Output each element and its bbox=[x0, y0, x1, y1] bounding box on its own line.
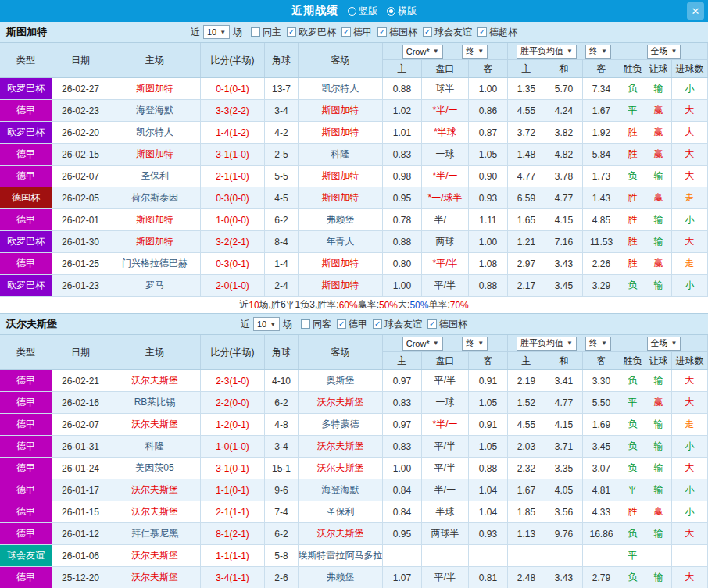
away-team[interactable]: 多特蒙德 bbox=[299, 414, 383, 436]
score[interactable]: 0-3(0-0) bbox=[201, 187, 265, 209]
checkbox-unchecked-icon bbox=[251, 27, 260, 37]
away-team[interactable]: 弗赖堡 bbox=[299, 567, 383, 588]
away-team[interactable]: 斯图加特 bbox=[299, 275, 383, 297]
home-team[interactable]: 海登海默 bbox=[109, 100, 201, 122]
away-team[interactable]: 科隆 bbox=[299, 144, 383, 166]
recent-count-select[interactable]: 10 ▼ bbox=[253, 317, 280, 331]
filter-checkbox[interactable]: ✓球会友谊 bbox=[423, 26, 472, 39]
filter-checkbox[interactable]: ✓德超杯 bbox=[477, 26, 517, 39]
score[interactable]: 1-2(0-1) bbox=[201, 414, 265, 436]
away-team[interactable]: 埃斯特雷拉阿马多拉 bbox=[299, 545, 383, 567]
score[interactable]: 2-2(0-0) bbox=[201, 392, 265, 414]
score[interactable]: 2-3(1-0) bbox=[201, 370, 265, 392]
away-team[interactable]: 凯尔特人 bbox=[299, 78, 383, 100]
filter-checkbox[interactable]: ✓德甲 bbox=[341, 26, 372, 39]
score[interactable]: 2-1(1-1) bbox=[201, 501, 265, 523]
score[interactable]: 3-1(0-1) bbox=[201, 458, 265, 479]
type-badge: 德甲 bbox=[0, 253, 52, 275]
type-badge: 德甲 bbox=[0, 523, 52, 545]
away-team[interactable]: 圣保利 bbox=[299, 501, 383, 523]
home-team[interactable]: 荷尔斯泰因 bbox=[109, 187, 201, 209]
away-team[interactable]: 沃尔夫斯堡 bbox=[299, 392, 383, 414]
home-team[interactable]: 沃尔夫斯堡 bbox=[109, 545, 201, 567]
filter-checkbox[interactable]: ✓德甲 bbox=[337, 318, 367, 331]
home-team[interactable]: 沃尔夫斯堡 bbox=[109, 414, 201, 436]
score[interactable]: 3-2(2-1) bbox=[201, 231, 265, 253]
avg-time-select[interactable]: 终 ▼ bbox=[585, 45, 611, 59]
score[interactable]: 1-1(1-1) bbox=[201, 545, 265, 567]
scope-select[interactable]: 全场 ▼ bbox=[647, 337, 681, 351]
away-team[interactable]: 斯图加特 bbox=[299, 100, 383, 122]
away-team[interactable]: 奥斯堡 bbox=[299, 370, 383, 392]
score[interactable]: 1-1(0-1) bbox=[201, 479, 265, 501]
home-team[interactable]: 门兴格拉德巴赫 bbox=[109, 253, 201, 275]
score[interactable]: 2-1(1-0) bbox=[201, 166, 265, 187]
scope-select[interactable]: 全场 ▼ bbox=[647, 45, 681, 59]
home-team[interactable]: 斯图加特 bbox=[109, 231, 201, 253]
match-row: 德甲26-01-17沃尔夫斯堡1-1(0-1)9-6海登海默0.84半/一1.0… bbox=[0, 479, 708, 501]
home-team[interactable]: 凯尔特人 bbox=[109, 122, 201, 144]
away-team[interactable]: 沃尔夫斯堡 bbox=[299, 458, 383, 479]
score[interactable]: 8-1(2-1) bbox=[201, 523, 265, 545]
home-team[interactable]: 科隆 bbox=[109, 436, 201, 458]
home-team[interactable]: 沃尔夫斯堡 bbox=[109, 501, 201, 523]
home-team[interactable]: 沃尔夫斯堡 bbox=[109, 370, 201, 392]
bookmaker-select[interactable]: Crow* ▼ bbox=[402, 45, 443, 59]
close-button[interactable]: ✕ bbox=[687, 2, 704, 20]
home-team[interactable]: 斯图加特 bbox=[109, 144, 201, 166]
bookmaker-select[interactable]: Crow* ▼ bbox=[402, 337, 443, 351]
avg-select[interactable]: 胜平负均值 ▼ bbox=[517, 337, 577, 351]
avg-time-select[interactable]: 终 ▼ bbox=[585, 337, 611, 351]
goals-result: 大 bbox=[672, 100, 708, 122]
away-team[interactable]: 斯图加特 bbox=[299, 166, 383, 187]
col-header-ah-line: 盘口 bbox=[422, 60, 469, 77]
filter-checkbox[interactable]: ✓欧罗巴杯 bbox=[287, 26, 336, 39]
score[interactable]: 3-1(1-0) bbox=[201, 144, 265, 166]
home-team[interactable]: 沃尔夫斯堡 bbox=[109, 479, 201, 501]
score[interactable]: 1-0(1-0) bbox=[201, 436, 265, 458]
away-team[interactable]: 沃尔夫斯堡 bbox=[299, 523, 383, 545]
score[interactable]: 3-4(1-1) bbox=[201, 567, 265, 588]
layout-radio-horizontal[interactable]: 横版 bbox=[387, 5, 417, 18]
score[interactable]: 1-0(0-0) bbox=[201, 209, 265, 231]
away-team[interactable]: 斯图加特 bbox=[299, 122, 383, 144]
score[interactable]: 0-3(0-1) bbox=[201, 253, 265, 275]
filter-checkbox[interactable]: ✓球会友谊 bbox=[373, 318, 422, 331]
filter-checkbox[interactable]: 同客 bbox=[301, 318, 331, 331]
home-team[interactable]: 斯图加特 bbox=[109, 78, 201, 100]
home-team[interactable]: 圣保利 bbox=[109, 166, 201, 187]
handicap-away-odds: 1.00 bbox=[469, 231, 508, 253]
filter-checkbox[interactable]: ✓德国杯 bbox=[427, 318, 467, 331]
home-team[interactable]: 罗马 bbox=[109, 275, 201, 297]
score[interactable]: 0-1(0-1) bbox=[201, 78, 265, 100]
away-team[interactable]: 斯图加特 bbox=[299, 253, 383, 275]
result: 胜 bbox=[620, 122, 645, 144]
home-team[interactable]: RB莱比锡 bbox=[109, 392, 201, 414]
away-team[interactable]: 弗赖堡 bbox=[299, 209, 383, 231]
euro-draw-odds: 4.24 bbox=[545, 100, 583, 122]
match-row: 德甲26-02-07圣保利2-1(1-0)5-5斯图加特0.98*半/一0.90… bbox=[0, 166, 708, 187]
filter-checkbox[interactable]: 同主 bbox=[251, 26, 281, 39]
score[interactable]: 2-0(1-0) bbox=[201, 275, 265, 297]
goals-result: 小 bbox=[672, 78, 708, 100]
match-date: 26-02-20 bbox=[52, 122, 109, 144]
home-team[interactable]: 斯图加特 bbox=[109, 209, 201, 231]
score[interactable]: 3-3(2-2) bbox=[201, 100, 265, 122]
avg-select[interactable]: 胜平负均值 ▼ bbox=[517, 45, 577, 59]
col-header-let: 让球 bbox=[645, 352, 672, 369]
away-team[interactable]: 海登海默 bbox=[299, 479, 383, 501]
home-team[interactable]: 沃尔夫斯堡 bbox=[109, 567, 201, 588]
away-team[interactable]: 年青人 bbox=[299, 231, 383, 253]
recent-count-select[interactable]: 10 ▼ bbox=[203, 25, 230, 39]
score[interactable]: 1-4(1-2) bbox=[201, 122, 265, 144]
filter-checkbox[interactable]: ✓德国杯 bbox=[377, 26, 417, 39]
chevron-down-icon: ▼ bbox=[477, 48, 484, 55]
home-team[interactable]: 美因茨05 bbox=[109, 458, 201, 479]
odds-time-select[interactable]: 终 ▼ bbox=[462, 45, 488, 59]
away-team[interactable]: 沃尔夫斯堡 bbox=[299, 436, 383, 458]
layout-radio-vertical[interactable]: 竖版 bbox=[348, 5, 377, 18]
match-row: 德甲26-02-01斯图加特1-0(0-0)6-2弗赖堡0.78半/一1.111… bbox=[0, 209, 708, 231]
home-team[interactable]: 拜仁慕尼黑 bbox=[109, 523, 201, 545]
away-team[interactable]: 斯图加特 bbox=[299, 187, 383, 209]
odds-time-select[interactable]: 终 ▼ bbox=[462, 337, 488, 351]
